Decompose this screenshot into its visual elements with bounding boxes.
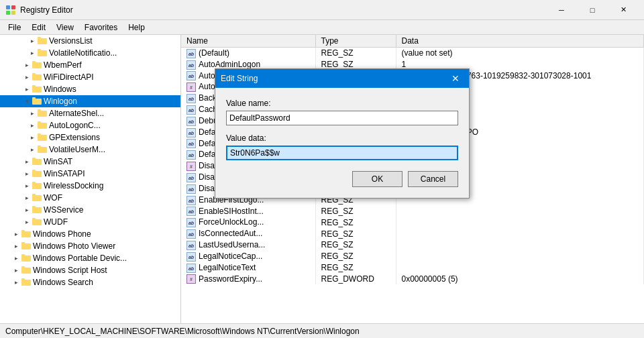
app-title: Registry Editor: [20, 5, 546, 15]
status-bar: Computer\HKEY_LOCAL_MACHINE\SOFTWARE\Mic…: [0, 323, 644, 338]
menu-item-edit[interactable]: Edit: [26, 21, 51, 34]
value-name-label: Value name:: [226, 99, 458, 108]
cancel-button[interactable]: Cancel: [408, 171, 458, 187]
value-data-input[interactable]: [226, 146, 458, 160]
close-button[interactable]: ✕: [608, 0, 639, 20]
maximize-button[interactable]: □: [577, 0, 608, 20]
svg-rect-2: [6, 11, 10, 15]
value-name-input[interactable]: [226, 111, 458, 125]
menu-item-file[interactable]: File: [3, 21, 26, 34]
dialog-title: Edit String: [221, 74, 447, 83]
dialog-overlay: Edit String ✕ Value name: Value data: OK…: [0, 35, 644, 323]
dialog-title-bar: Edit String ✕: [215, 69, 469, 88]
dialog-body: Value name: Value data: OK Cancel: [215, 88, 469, 198]
title-bar: Registry Editor ─ □ ✕: [0, 0, 644, 20]
status-text: Computer\HKEY_LOCAL_MACHINE\SOFTWARE\Mic…: [5, 327, 360, 336]
ok-button[interactable]: OK: [352, 171, 402, 187]
menu-bar: FileEditViewFavoritesHelp: [0, 20, 644, 35]
dialog-buttons: OK Cancel: [226, 171, 458, 187]
svg-rect-3: [11, 11, 15, 15]
menu-item-favorites[interactable]: Favorites: [79, 21, 123, 34]
svg-rect-1: [11, 5, 15, 9]
value-data-label: Value data:: [226, 133, 458, 143]
menu-item-view[interactable]: View: [51, 21, 79, 34]
svg-rect-0: [6, 5, 10, 9]
edit-string-dialog: Edit String ✕ Value name: Value data: OK…: [215, 68, 470, 199]
menu-item-help[interactable]: Help: [123, 21, 150, 34]
app-icon: [5, 5, 16, 15]
dialog-close-button[interactable]: ✕: [447, 70, 464, 87]
main-area: ▸VersionsList▸VolatileNotificatio...▸Wbe…: [0, 35, 644, 323]
minimize-button[interactable]: ─: [546, 0, 577, 20]
title-bar-buttons: ─ □ ✕: [546, 0, 639, 20]
